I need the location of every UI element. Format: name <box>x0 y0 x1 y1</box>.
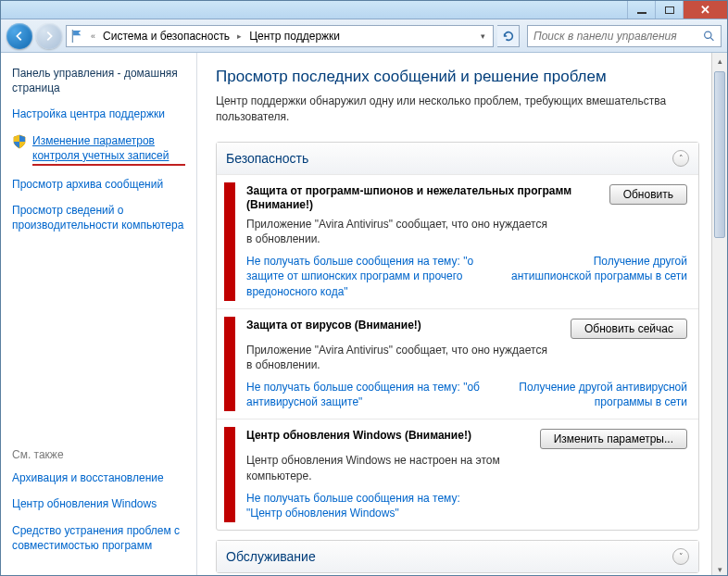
section-title: Безопасность <box>226 151 308 166</box>
flag-icon <box>70 29 83 44</box>
expand-button[interactable]: ˅ <box>672 548 689 565</box>
navigation-bar: « Система и безопасность ▸ Центр поддерж… <box>1 19 727 53</box>
update-now-button[interactable]: Обновить сейчас <box>571 319 687 339</box>
change-settings-button[interactable]: Изменить параметры... <box>540 429 687 449</box>
breadcrumb-item[interactable]: Система и безопасность <box>103 30 230 43</box>
severity-bar <box>224 317 235 412</box>
minimize-button[interactable] <box>627 1 655 19</box>
search-input[interactable] <box>533 30 703 43</box>
window-titlebar: ✕ <box>1 1 727 19</box>
sidebar-perf-link[interactable]: Просмотр сведений о производительности к… <box>12 203 185 232</box>
severity-bar <box>224 182 235 301</box>
alert-item-windows-update: Центр обновления Windows (Внимание!) Изм… <box>217 419 698 530</box>
alert-item-spyware: Защита от программ-шпионов и нежелательн… <box>217 174 698 308</box>
alert-description: Приложение "Avira Antivirus" сообщает, ч… <box>246 343 552 372</box>
sidebar-home-link[interactable]: Панель управления - домашняя страница <box>12 66 185 95</box>
collapse-button[interactable]: ˄ <box>672 150 689 167</box>
breadcrumb-item[interactable]: Центр поддержки <box>249 30 340 43</box>
svg-rect-0 <box>72 30 73 43</box>
breadcrumb-sep: « <box>91 31 95 41</box>
page-subtitle: Центр поддержки обнаружил одну или неско… <box>216 94 699 125</box>
shield-icon <box>12 134 27 149</box>
arrow-left-icon <box>13 30 26 43</box>
get-other-link[interactable]: Получение другой антивирусной программы … <box>511 380 687 409</box>
chevron-right-icon: ▸ <box>237 31 242 41</box>
scrollbar[interactable]: ▴ ▾ <box>711 53 727 576</box>
scroll-down-button[interactable]: ▾ <box>712 561 727 576</box>
sidebar: Панель управления - домашняя страница На… <box>1 53 197 576</box>
dismiss-link[interactable]: Не получать больше сообщения на тему: "о… <box>246 380 487 409</box>
sidebar-uac-item[interactable]: Изменение параметров контроля учетных за… <box>12 133 185 166</box>
scroll-thumb[interactable] <box>714 71 725 238</box>
update-button[interactable]: Обновить <box>609 184 687 205</box>
chevron-down-icon: ˅ <box>679 552 684 561</box>
security-section: Безопасность ˄ Защита от программ-шпионо… <box>216 142 699 532</box>
sidebar-settings-link[interactable]: Настройка центра поддержки <box>12 106 185 121</box>
sidebar-backup-link[interactable]: Архивация и восстановление <box>12 470 185 485</box>
search-box[interactable] <box>527 25 722 47</box>
dismiss-link[interactable]: Не получать больше сообщения на тему: "Ц… <box>246 491 487 520</box>
section-title: Обслуживание <box>226 549 316 564</box>
get-other-link[interactable]: Получение другой антишпионской программы… <box>511 254 687 299</box>
alert-item-virus: Защита от вирусов (Внимание!) Обновить с… <box>217 308 698 419</box>
chevron-up-icon: ˄ <box>679 154 684 163</box>
dismiss-link[interactable]: Не получать больше сообщения на тему: "о… <box>246 254 487 299</box>
refresh-icon <box>502 30 515 43</box>
section-header[interactable]: Обслуживание ˅ <box>217 541 698 572</box>
maximize-button[interactable] <box>655 1 683 19</box>
see-also-header: См. также <box>12 448 185 461</box>
severity-bar <box>224 427 235 522</box>
svg-point-1 <box>705 31 711 38</box>
alert-title: Защита от вирусов (Внимание!) <box>246 319 421 333</box>
alert-description: Приложение "Avira Antivirus" сообщает, ч… <box>246 217 552 246</box>
main-panel: Просмотр последних сообщений и решение п… <box>197 53 727 576</box>
page-title: Просмотр последних сообщений и решение п… <box>216 68 699 86</box>
alert-title: Защита от программ-шпионов и нежелательн… <box>246 184 600 213</box>
section-header[interactable]: Безопасность ˄ <box>217 143 698 174</box>
sidebar-wu-link[interactable]: Центр обновления Windows <box>12 496 185 511</box>
maintenance-section: Обслуживание ˅ <box>216 540 699 573</box>
forward-button[interactable] <box>36 23 62 49</box>
sidebar-archive-link[interactable]: Просмотр архива сообщений <box>12 177 185 192</box>
back-button[interactable] <box>6 23 32 49</box>
alert-description: Центр обновления Windows не настроен на … <box>246 453 552 482</box>
alert-title: Центр обновления Windows (Внимание!) <box>246 429 471 444</box>
content-area: Панель управления - домашняя страница На… <box>1 53 727 576</box>
search-icon <box>703 30 715 43</box>
refresh-button[interactable] <box>497 25 520 47</box>
sidebar-uac-link[interactable]: Изменение параметров контроля учетных за… <box>32 133 185 166</box>
address-dropdown[interactable]: ▾ <box>477 31 489 41</box>
sidebar-compat-link[interactable]: Средство устранения проблем с совместимо… <box>12 523 185 553</box>
arrow-right-icon <box>43 30 56 43</box>
close-button[interactable]: ✕ <box>683 1 727 19</box>
svg-line-2 <box>710 37 713 40</box>
scroll-up-button[interactable]: ▴ <box>712 53 727 69</box>
address-bar[interactable]: « Система и безопасность ▸ Центр поддерж… <box>66 25 494 47</box>
